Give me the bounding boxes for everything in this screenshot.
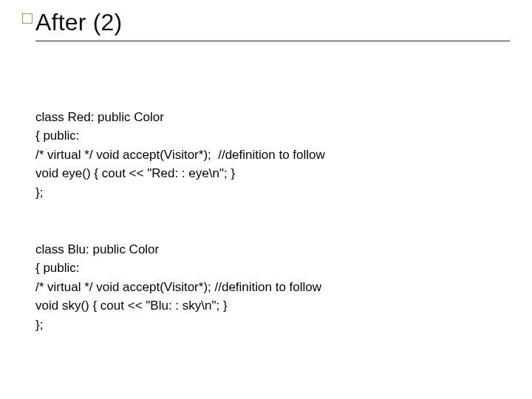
code-line: { public: [35, 129, 80, 143]
page-title: After (2) [35, 9, 510, 36]
code-line: /* virtual */ void accept(Visitor*); //d… [35, 148, 325, 162]
code-line: }; [35, 318, 43, 332]
code-block-red: class Red: public Color { public: /* vir… [35, 89, 497, 202]
code-block-blu: class Blu: public Color { public: /* vir… [35, 221, 497, 334]
accent-square [22, 13, 33, 24]
title-underline [35, 41, 510, 41]
body-content: class Red: public Color { public: /* vir… [35, 89, 497, 353]
code-line: class Red: public Color [35, 110, 164, 124]
slide: After (2) class Red: public Color { publ… [0, 0, 532, 399]
code-line: void sky() { cout << "Blu: : sky\n"; } [35, 299, 228, 313]
code-line: }; [35, 185, 43, 200]
code-line: void eye() { cout << "Red: : eye\n"; } [35, 166, 235, 180]
title-area: After (2) [35, 9, 510, 41]
code-line: { public: [35, 261, 80, 275]
code-line: /* virtual */ void accept(Visitor*); //d… [35, 280, 321, 294]
code-line: class Blu: public Color [35, 242, 159, 256]
